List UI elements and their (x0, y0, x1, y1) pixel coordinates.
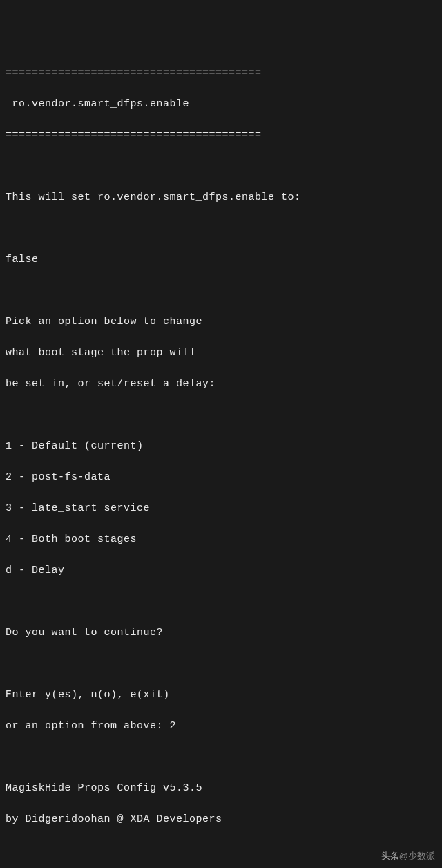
watermark-prefix: 头条 (381, 851, 399, 861)
pick-instruction: be set in, or set/reset a delay: (6, 377, 436, 393)
pick-instruction: what boot stage the prop will (6, 346, 436, 361)
blank-line (6, 843, 436, 859)
app-name: MagiskHide Props Config v5.3.5 (6, 781, 436, 797)
pick-instruction: Pick an option below to change (6, 314, 436, 330)
prop-value: false (6, 252, 436, 268)
continue-prompt: Do you want to continue? (6, 625, 436, 641)
divider-line: ======================================= (6, 66, 436, 82)
blank-line (6, 159, 436, 175)
blank-line (6, 594, 436, 610)
input-prompt[interactable]: or an option from above: 2 (6, 719, 436, 735)
blank-line (6, 657, 436, 672)
watermark: 头条@少数派 (381, 849, 435, 863)
menu-option-1: 1 - Default (current) (6, 439, 436, 455)
menu-option-3: 3 - late_start service (6, 501, 436, 517)
divider-line: ======================================= (6, 128, 436, 144)
blank-line (6, 283, 436, 299)
enter-instruction: Enter y(es), n(o), e(xit) (6, 688, 436, 704)
set-prop-line: This will set ro.vendor.smart_dfps.enabl… (6, 190, 436, 206)
blank-line (6, 750, 436, 766)
menu-option-d: d - Delay (6, 563, 436, 579)
section-title: ro.vendor.smart_dfps.enable (6, 97, 436, 113)
watermark-handle: @少数派 (399, 851, 435, 861)
app-author: by Didgeridoohan @ XDA Developers (6, 812, 436, 828)
menu-option-2: 2 - post-fs-data (6, 470, 436, 486)
blank-line (6, 408, 436, 424)
blank-line (6, 221, 436, 237)
menu-option-4: 4 - Both boot stages (6, 532, 436, 548)
